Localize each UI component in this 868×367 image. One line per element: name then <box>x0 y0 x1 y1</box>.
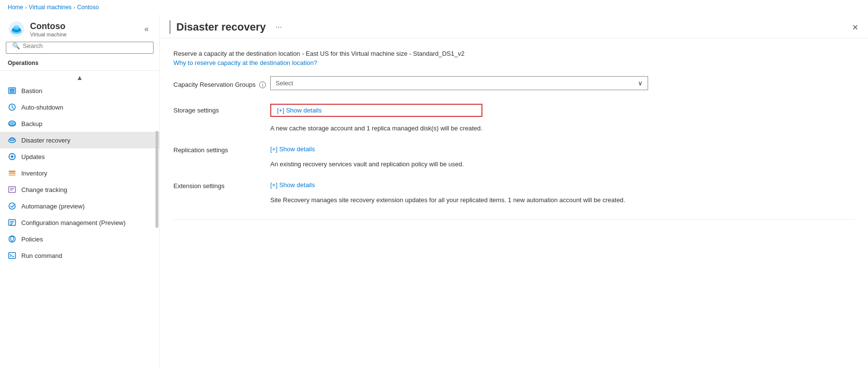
sidebar-item-policies[interactable]: Policies <box>0 231 159 247</box>
operations-label: Operations <box>0 58 159 68</box>
config-mgmt-icon <box>8 218 16 227</box>
extension-show-details-link[interactable]: [+] Show details <box>270 181 625 189</box>
sidebar-label-automanage: Automanage (preview) <box>21 203 152 210</box>
header-divider <box>170 20 170 34</box>
capacity-reservation-label: Capacity Reservation Groups i <box>173 78 270 89</box>
svg-rect-21 <box>9 171 16 172</box>
sidebar-label-policies: Policies <box>21 236 152 243</box>
scrollbar-thumb[interactable] <box>155 131 158 228</box>
search-icon: 🔍 <box>12 42 20 49</box>
sidebar-item-auto-shutdown[interactable]: Auto-shutdown <box>0 99 159 115</box>
automanage-icon <box>8 202 16 210</box>
inventory-icon <box>8 169 16 177</box>
capacity-info-text: Reserve a capacity at the destination lo… <box>173 50 854 57</box>
page-title: Disaster recovery <box>176 21 266 33</box>
capacity-reservation-select[interactable]: Select ∨ <box>270 76 648 90</box>
content-area: Reserve a capacity at the destination lo… <box>160 38 868 367</box>
capacity-select-value: Select <box>276 80 293 87</box>
more-options-button[interactable]: ··· <box>276 23 282 32</box>
svg-rect-33 <box>9 253 16 258</box>
auto-shutdown-icon <box>8 103 16 112</box>
svg-point-4 <box>14 25 19 28</box>
updates-icon <box>8 152 16 161</box>
breadcrumb-vms[interactable]: Virtual machines <box>29 4 72 11</box>
sidebar-item-change-tracking[interactable]: Change tracking <box>0 181 159 198</box>
capacity-info-icon[interactable]: i <box>259 81 266 88</box>
sidebar-label-disaster-recovery: Disaster recovery <box>21 137 152 144</box>
sidebar-item-inventory[interactable]: Inventory <box>0 165 159 181</box>
vm-icon <box>8 20 25 38</box>
svg-point-12 <box>10 121 15 124</box>
sidebar-item-run-command[interactable]: Run command <box>0 247 159 264</box>
sidebar-label-bastion: Bastion <box>21 87 152 95</box>
collapse-button[interactable]: « <box>141 23 152 35</box>
run-command-icon <box>8 251 16 260</box>
policies-icon <box>8 235 16 243</box>
replication-label: Replication settings <box>173 145 270 154</box>
capacity-link[interactable]: Why to reserve capacity at the destinati… <box>173 59 317 66</box>
capacity-chevron-icon: ∨ <box>638 80 643 87</box>
scroll-up[interactable]: ▲ <box>0 73 159 82</box>
storage-label: Storage settings <box>173 104 270 114</box>
vm-subtitle: Virtual machine <box>30 32 67 37</box>
breadcrumb-home[interactable]: Home <box>8 4 23 11</box>
storage-show-details-button[interactable]: [+] Show details <box>270 104 482 117</box>
sidebar-label-inventory: Inventory <box>21 170 152 177</box>
sidebar-item-config-mgmt[interactable]: Configuration management (Preview) <box>0 214 159 231</box>
sidebar-label-run-command: Run command <box>21 252 152 259</box>
search-input[interactable] <box>23 42 147 49</box>
sidebar-label-updates: Updates <box>21 153 152 160</box>
sidebar-label-backup: Backup <box>21 120 152 128</box>
sidebar-label-change-tracking: Change tracking <box>21 186 152 193</box>
backup-icon <box>8 119 16 128</box>
content-divider <box>173 219 854 220</box>
close-button[interactable]: ✕ <box>852 23 858 32</box>
bastion-icon <box>8 86 16 95</box>
page-header: Disaster recovery ··· ✕ <box>160 15 868 38</box>
sidebar-item-automanage[interactable]: Automanage (preview) <box>0 198 159 214</box>
svg-point-27 <box>9 203 16 209</box>
svg-rect-22 <box>9 173 16 174</box>
svg-rect-23 <box>9 175 16 176</box>
sidebar-label-auto-shutdown: Auto-shutdown <box>21 104 152 111</box>
extension-label: Extension settings <box>173 181 270 190</box>
sidebar-item-bastion[interactable]: Bastion <box>0 82 159 99</box>
storage-description: A new cache storage account and 1 replic… <box>270 125 482 132</box>
storage-show-details-text: [+] Show details <box>277 107 322 114</box>
disaster-recovery-icon <box>8 136 16 144</box>
replication-description: An existing recovery services vault and … <box>270 160 464 168</box>
vm-name: Contoso <box>30 21 67 32</box>
extension-description: Site Recovery manages site recovery exte… <box>270 196 625 204</box>
svg-rect-24 <box>9 187 16 192</box>
breadcrumb: Home › Virtual machines › Contoso <box>0 0 868 15</box>
sidebar-label-config-mgmt: Configuration management (Preview) <box>21 219 152 226</box>
replication-show-details-link[interactable]: [+] Show details <box>270 145 464 153</box>
sidebar-item-backup[interactable]: Backup <box>0 115 159 132</box>
sidebar-item-updates[interactable]: Updates <box>0 148 159 165</box>
sidebar-item-disaster-recovery[interactable]: Disaster recovery <box>0 132 159 148</box>
svg-point-16 <box>11 156 14 158</box>
change-tracking-icon <box>8 185 16 194</box>
breadcrumb-current: Contoso <box>77 4 99 11</box>
